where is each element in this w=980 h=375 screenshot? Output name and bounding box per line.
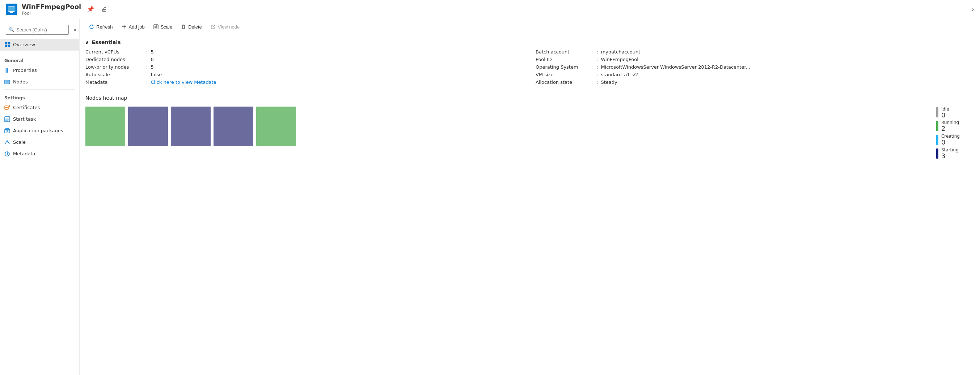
metadata-label: Metadata xyxy=(13,151,35,157)
sidebar-item-metadata[interactable]: Metadata xyxy=(0,148,79,160)
svg-rect-12 xyxy=(5,81,9,83)
sidebar-item-properties[interactable]: Properties xyxy=(0,65,79,76)
essentials-row-vcpus: Current vCPUs : 5 xyxy=(85,48,524,55)
main-layout: 🔍 « Overview General xyxy=(0,19,980,375)
app-title: WinFFmpegPool xyxy=(22,3,81,11)
sidebar-item-start-task[interactable]: Start task xyxy=(0,114,79,125)
sidebar: 🔍 « Overview General xyxy=(0,19,80,375)
essentials-title: Essentials xyxy=(92,40,121,45)
overview-label: Overview xyxy=(13,42,35,47)
heatmap-node-3[interactable] xyxy=(171,107,211,146)
view-node-button[interactable]: View node xyxy=(207,22,243,32)
pin-icon[interactable]: 📌 xyxy=(85,4,95,14)
divider-general xyxy=(4,52,75,52)
svg-rect-5 xyxy=(8,42,10,44)
svg-rect-8 xyxy=(5,68,5,73)
essentials-section: ∧ Essentials Current vCPUs : 5 Dedicated… xyxy=(80,35,980,89)
legend-starting: Starting 3 xyxy=(936,147,960,160)
print-icon[interactable]: 🖨 xyxy=(100,4,108,14)
heatmap-container: Idle 0 Running 2 Creat xyxy=(85,107,974,160)
heatmap-legend: Idle 0 Running 2 Creat xyxy=(936,107,974,160)
start-task-label: Start task xyxy=(13,116,36,122)
svg-rect-1 xyxy=(8,7,15,11)
heatmap-node-1[interactable] xyxy=(85,107,125,146)
title-block: WinFFmpegPool Pool xyxy=(22,3,81,16)
idle-bar xyxy=(936,107,939,117)
sidebar-item-scale[interactable]: Scale xyxy=(0,136,79,148)
refresh-button[interactable]: Refresh xyxy=(85,22,116,32)
sidebar-item-application-packages[interactable]: Application packages xyxy=(0,125,79,136)
essentials-right-col: Batch account : mybatchaccount Pool ID :… xyxy=(530,48,980,89)
essentials-row-autoscale: Auto scale : false xyxy=(85,71,524,78)
overview-icon xyxy=(4,42,10,48)
properties-icon xyxy=(4,68,10,73)
collapse-sidebar-button[interactable]: « xyxy=(73,27,76,33)
svg-rect-3 xyxy=(10,11,14,12)
running-bar xyxy=(936,121,939,131)
metadata-link[interactable]: Click here to view Metadata xyxy=(151,79,216,85)
chevron-right-icon: › xyxy=(972,5,974,13)
essentials-row-allocation: Allocation state : Steady xyxy=(536,78,974,86)
svg-rect-19 xyxy=(5,120,8,121)
nodes-icon xyxy=(4,79,10,85)
svg-rect-4 xyxy=(5,42,7,44)
toolbar: Refresh Add job Scale xyxy=(80,19,980,35)
app-subtitle: Pool xyxy=(22,11,81,16)
metadata-icon xyxy=(4,151,10,157)
chevron-down-icon[interactable]: ∧ xyxy=(85,40,89,45)
scale-toolbar-icon xyxy=(153,24,159,29)
svg-rect-7 xyxy=(8,45,10,47)
essentials-row-pool-id: Pool ID : WinFFmpegPool xyxy=(536,55,974,63)
essentials-row-os: Operating System : MicrosoftWindowsServe… xyxy=(536,63,974,71)
certificates-icon xyxy=(4,105,10,111)
svg-point-23 xyxy=(7,140,8,141)
essentials-left-col: Current vCPUs : 5 Dedicated nodes : 0 Lo… xyxy=(80,48,530,89)
svg-rect-10 xyxy=(7,68,8,73)
svg-rect-29 xyxy=(156,25,158,28)
add-job-button[interactable]: Add job xyxy=(118,22,148,32)
refresh-icon xyxy=(89,24,94,29)
svg-rect-25 xyxy=(7,153,8,155)
app-packages-icon xyxy=(4,128,10,134)
heatmap-node-5[interactable] xyxy=(256,107,296,146)
search-icon: 🔍 xyxy=(9,27,14,32)
properties-label: Properties xyxy=(13,68,37,73)
essentials-row-metadata: Metadata : Click here to view Metadata xyxy=(85,78,524,86)
top-bar: WinFFmpegPool Pool 📌 🖨 › xyxy=(0,0,980,19)
heatmap-title: Nodes heat map xyxy=(85,95,974,101)
essentials-row-vmsize: VM size : standard_a1_v2 xyxy=(536,71,974,78)
heatmap-section: Nodes heat map Idle 0 xyxy=(80,89,980,165)
essentials-grid: Current vCPUs : 5 Dedicated nodes : 0 Lo… xyxy=(80,48,980,89)
creating-bar xyxy=(936,135,939,145)
svg-rect-28 xyxy=(154,26,156,28)
nodes-label: Nodes xyxy=(13,79,28,85)
svg-rect-9 xyxy=(6,68,6,73)
delete-button[interactable]: Delete xyxy=(177,22,205,32)
svg-rect-6 xyxy=(5,45,7,47)
top-bar-right: › xyxy=(972,5,974,13)
scale-label: Scale xyxy=(13,139,26,145)
start-task-icon xyxy=(4,116,10,122)
essentials-header: ∧ Essentials xyxy=(80,35,980,48)
legend-creating: Creating 0 xyxy=(936,134,960,146)
sidebar-item-certificates[interactable]: Certificates xyxy=(0,102,79,114)
svg-rect-27 xyxy=(154,25,158,29)
svg-rect-18 xyxy=(5,119,9,120)
certificates-label: Certificates xyxy=(13,105,40,110)
sidebar-item-nodes[interactable]: Nodes xyxy=(0,76,79,88)
scale-icon xyxy=(4,139,10,145)
general-section-header: General xyxy=(0,54,79,65)
svg-rect-15 xyxy=(9,105,10,107)
delete-icon xyxy=(181,24,186,29)
heatmap-node-2[interactable] xyxy=(128,107,168,146)
add-icon xyxy=(122,24,127,29)
heatmap-node-4[interactable] xyxy=(213,107,253,146)
legend-idle: Idle 0 xyxy=(936,107,960,119)
app-icon xyxy=(6,4,18,15)
legend-running: Running 2 xyxy=(936,120,960,132)
svg-rect-17 xyxy=(5,118,8,119)
sidebar-item-overview[interactable]: Overview xyxy=(0,39,79,51)
essentials-row-batch-account: Batch account : mybatchaccount xyxy=(536,48,974,55)
search-input[interactable] xyxy=(6,25,69,35)
scale-button[interactable]: Scale xyxy=(150,22,176,32)
